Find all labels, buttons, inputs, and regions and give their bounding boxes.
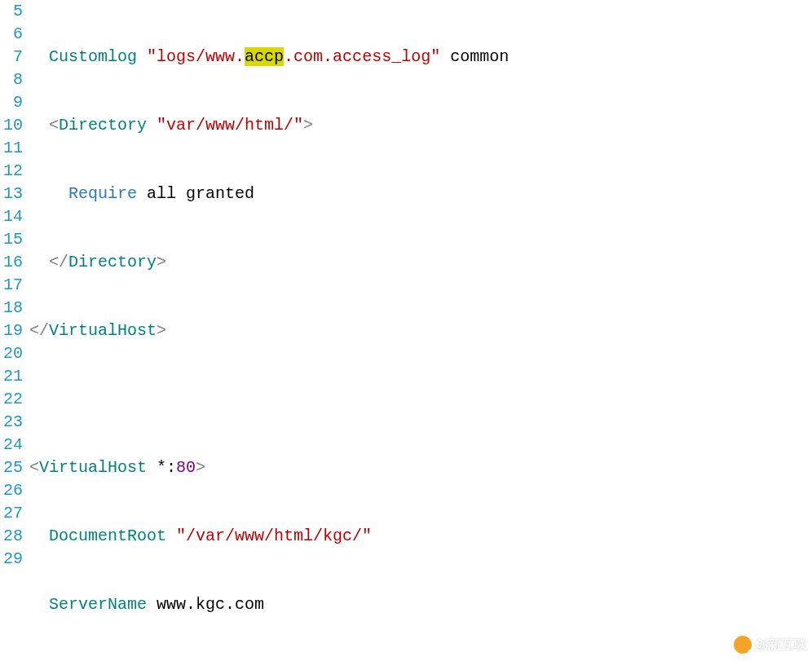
code-line[interactable]: </Directory> <box>29 251 812 274</box>
port-number: 80 <box>176 458 196 477</box>
bracket: </ <box>49 253 68 271</box>
line-number: 22 <box>0 388 23 411</box>
line-number: 27 <box>0 502 23 525</box>
line-number: 17 <box>0 274 23 297</box>
line-number: 12 <box>0 160 23 183</box>
line-number: 6 <box>0 23 23 46</box>
tag: VirtualHost <box>39 458 147 477</box>
tag: Directory <box>59 116 147 134</box>
line-number: 7 <box>0 46 23 68</box>
line-number: 13 <box>0 183 23 205</box>
indent <box>29 47 49 66</box>
code-line[interactable]: Customlog "logs/www.accp.com.access_log"… <box>29 46 812 68</box>
string: "logs/www. <box>147 47 245 66</box>
bracket: < <box>49 116 59 134</box>
watermark: 创新互联 <box>734 633 807 656</box>
line-number: 21 <box>0 365 23 388</box>
code-line[interactable]: <VirtualHost *:80> <box>29 456 812 479</box>
bracket: > <box>196 458 205 477</box>
string: "var/www/html/" <box>157 116 303 134</box>
code-line[interactable]: ServerName www.kgc.com <box>29 593 812 616</box>
code-line[interactable]: Require all granted <box>29 183 812 205</box>
line-number: 5 <box>0 0 23 23</box>
keyword: Require <box>68 184 137 203</box>
keyword: DocumentRoot <box>49 527 166 545</box>
bracket: > <box>303 116 313 134</box>
line-number: 11 <box>0 137 23 160</box>
tag: Directory <box>68 253 157 271</box>
string: "/var/www/html/kgc/" <box>176 527 372 545</box>
line-number: 20 <box>0 342 23 365</box>
line-number: 16 <box>0 251 23 274</box>
line-number: 9 <box>0 91 23 114</box>
line-number: 23 <box>0 411 23 434</box>
keyword: Customlog <box>49 47 137 66</box>
line-number: 25 <box>0 456 23 479</box>
bracket: </ <box>29 321 49 340</box>
line-number: 14 <box>0 205 23 228</box>
line-number: 28 <box>0 525 23 548</box>
line-number: 10 <box>0 114 23 137</box>
text: *: <box>147 458 176 477</box>
line-number: 19 <box>0 319 23 342</box>
tag: VirtualHost <box>49 321 157 340</box>
line-number-gutter: 5678910111213141516171819202122232425262… <box>0 0 29 661</box>
keyword: ServerName <box>49 595 147 614</box>
line-number: 29 <box>0 548 23 571</box>
line-number: 15 <box>0 228 23 251</box>
text: www.kgc.com <box>147 595 264 614</box>
watermark-text: 创新互联 <box>755 633 807 656</box>
text: common <box>440 47 509 66</box>
bracket: < <box>29 458 39 477</box>
code-line[interactable]: <Directory "var/www/html/"> <box>29 114 812 137</box>
line-number: 8 <box>0 68 23 91</box>
code-line[interactable]: DocumentRoot "/var/www/html/kgc/" <box>29 525 812 548</box>
line-number: 18 <box>0 297 23 319</box>
code-line[interactable] <box>29 388 812 411</box>
highlighted-text: accp <box>245 47 284 66</box>
line-number: 26 <box>0 479 23 502</box>
watermark-logo-icon <box>734 636 752 654</box>
bracket: > <box>157 253 166 271</box>
bracket: > <box>157 321 166 340</box>
string: .com.access_log" <box>284 47 440 66</box>
line-number: 24 <box>0 434 23 456</box>
code-line[interactable]: </VirtualHost> <box>29 319 812 342</box>
text: all granted <box>137 184 254 203</box>
code-editor[interactable]: 5678910111213141516171819202122232425262… <box>0 0 812 661</box>
code-area[interactable]: Customlog "logs/www.accp.com.access_log"… <box>29 0 812 661</box>
